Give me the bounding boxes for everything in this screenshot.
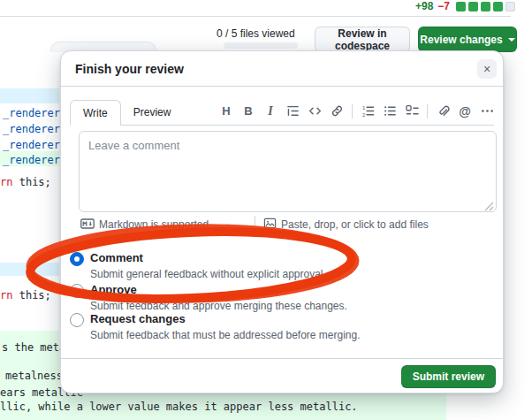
radio-comment-selected[interactable] xyxy=(70,252,84,266)
quote-icon[interactable] xyxy=(285,104,300,118)
heading-icon[interactable]: H xyxy=(219,104,233,118)
markdown-supported-link[interactable]: Markdown is supported xyxy=(80,217,209,233)
image-attach-icon xyxy=(263,217,277,233)
code-icon[interactable] xyxy=(308,104,322,118)
option-request-changes[interactable]: Request changes Submit feedback that mus… xyxy=(70,312,489,342)
diff-stats: +98 −7 xyxy=(415,0,515,12)
numbered-list-icon[interactable]: 12 xyxy=(361,104,375,118)
option-description: Submit feedback that must be addressed b… xyxy=(90,329,361,342)
dialog-header: Finish your review × xyxy=(61,51,503,87)
diffstat-square xyxy=(493,2,503,11)
diffstat-square xyxy=(505,2,515,11)
more-options-icon[interactable] xyxy=(480,104,494,118)
diffstat-square xyxy=(468,2,478,11)
diffstat-square xyxy=(481,2,490,11)
additions-count: +98 xyxy=(415,0,433,12)
option-label: Request changes xyxy=(90,312,361,326)
option-label: Comment xyxy=(90,251,326,265)
deletions-count: −7 xyxy=(437,0,450,12)
markdown-icon xyxy=(80,217,95,233)
pr-review-screen: +98 −7 0 / 5 files viewed Review in code… xyxy=(0,0,532,420)
editor-tabs: Write Preview H B I 12 xyxy=(70,100,494,126)
hints-divider xyxy=(255,216,255,233)
option-description: Submit feedback and approve merging thes… xyxy=(90,300,347,313)
tab-preview[interactable]: Preview xyxy=(121,100,184,125)
close-button[interactable]: × xyxy=(477,59,497,79)
toolbar-divider xyxy=(427,104,428,118)
diff-comment-row-highlight xyxy=(0,88,59,103)
code-line: rn this; xyxy=(0,176,51,188)
option-approve[interactable]: Approve Submit feedback and approve merg… xyxy=(70,283,489,313)
review-in-codespace-button[interactable]: Review in codespace xyxy=(315,27,410,52)
dialog-title: Finish your review xyxy=(75,62,184,76)
review-changes-button[interactable]: Review changes xyxy=(418,27,517,52)
task-list-icon[interactable] xyxy=(405,104,419,118)
code-line: llic, while a lower value makes it appea… xyxy=(0,401,358,413)
option-description: Submit general feedback without explicit… xyxy=(90,268,326,281)
dropdown-caret-icon xyxy=(508,38,515,42)
svg-text:2: 2 xyxy=(361,111,365,118)
finish-review-dialog: Finish your review × Write Preview H B I xyxy=(60,50,504,393)
editor-hints: Markdown is supported Paste, drop, or cl… xyxy=(80,217,429,233)
paperclip-icon[interactable] xyxy=(436,104,450,118)
option-comment[interactable]: Comment Submit general feedback without … xyxy=(70,251,489,281)
diff-added-block-bg xyxy=(0,331,59,393)
option-label: Approve xyxy=(90,283,347,297)
link-icon[interactable] xyxy=(330,104,344,118)
footer-divider xyxy=(61,358,503,359)
radio-approve[interactable] xyxy=(70,284,84,298)
diff-comment-row-highlight xyxy=(0,263,59,276)
files-viewed-label: 0 / 5 files viewed xyxy=(217,27,295,40)
files-viewed-progressbar xyxy=(224,42,298,49)
svg-text:1: 1 xyxy=(361,104,365,111)
markdown-toolbar: H B I 12 xyxy=(219,104,494,121)
bullet-list-icon[interactable] xyxy=(383,104,397,118)
header-divider xyxy=(0,16,511,17)
diffstat-square xyxy=(456,2,466,11)
mention-icon[interactable]: @ xyxy=(458,104,472,118)
toolbar-divider xyxy=(352,104,353,118)
code-line: rn this; xyxy=(0,289,51,302)
italic-icon[interactable]: I xyxy=(263,104,277,118)
radio-request-changes[interactable] xyxy=(70,313,84,327)
attach-files-button[interactable]: Paste, drop, or click to add files xyxy=(263,217,429,233)
bold-icon[interactable]: B xyxy=(241,104,255,118)
submit-review-button[interactable]: Submit review xyxy=(401,365,496,388)
comment-textarea[interactable] xyxy=(79,131,497,212)
close-icon: × xyxy=(483,62,490,76)
tab-write[interactable]: Write xyxy=(70,100,121,126)
